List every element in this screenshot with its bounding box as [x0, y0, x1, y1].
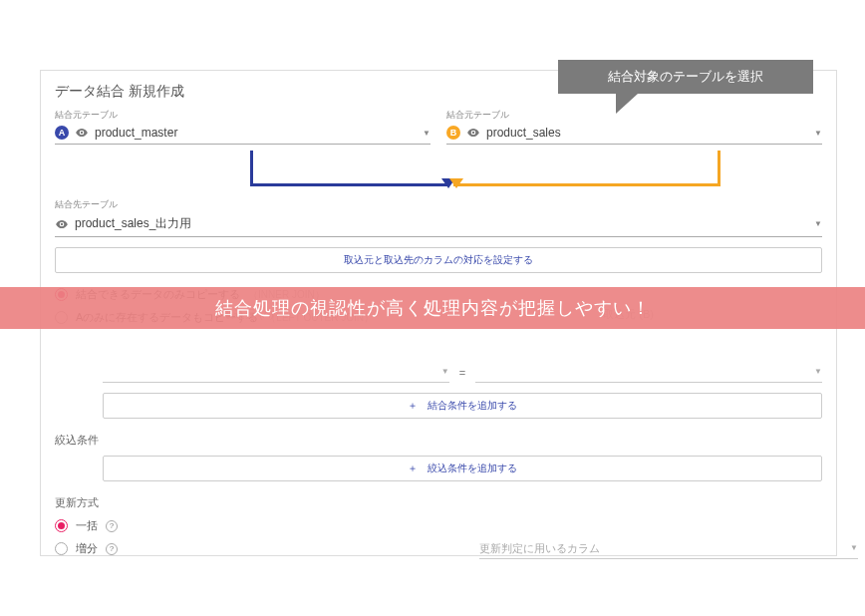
eye-icon[interactable] [55, 217, 69, 231]
filter-section-label: 絞込条件 [41, 427, 836, 452]
add-filter-condition-button[interactable]: ＋ 絞込条件を追加する [103, 456, 822, 481]
radio-diff[interactable] [55, 542, 68, 555]
dest-table-block: 結合先テーブル product_sales_出力用 [41, 198, 836, 243]
update-column-select[interactable]: 更新判定に用いるカラム [479, 539, 858, 559]
bulk-label: 一括 [76, 518, 98, 533]
arrow-head-orange-icon [449, 178, 463, 188]
arrow-orange-icon [453, 151, 721, 186]
update-bulk-row[interactable]: 一括 ? [41, 514, 836, 537]
update-column-placeholder: 更新判定に用いるカラム [479, 542, 600, 554]
callout-text: 結合対象のテーブルを選択 [608, 68, 763, 86]
dest-label: 結合先テーブル [55, 198, 822, 211]
update-diff-row[interactable]: 増分 ? 更新判定に用いるカラム [41, 537, 836, 560]
join-cond-a-select[interactable] [103, 363, 449, 383]
update-section-label: 更新方式 [41, 489, 836, 514]
source-a-value: product_master [95, 126, 431, 140]
source-b-column: 結合元テーブル B product_sales [446, 109, 822, 145]
source-tables-row: 結合元テーブル A product_master 結合元テーブル B produ… [41, 109, 836, 151]
add-join-condition-button[interactable]: ＋ 結合条件を追加する [103, 393, 822, 419]
join-arrows-diagram [55, 151, 822, 194]
callout-tail-icon [616, 94, 638, 114]
configure-columns-button[interactable]: 取込元と取込先のカラムの対応を設定する [55, 247, 822, 273]
badge-b-icon: B [446, 126, 460, 140]
dest-select[interactable]: product_sales_出力用 [55, 213, 822, 237]
overlay-banner: 結合処理の視認性が高く処理内容が把握しやすい！ [0, 287, 865, 329]
source-a-select[interactable]: A product_master [55, 124, 431, 145]
dest-value: product_sales_出力用 [75, 215, 822, 232]
banner-text: 結合処理の視認性が高く処理内容が把握しやすい！ [215, 296, 651, 320]
join-cond-b-select[interactable] [475, 363, 822, 383]
source-b-value: product_sales [486, 126, 822, 140]
help-icon[interactable]: ? [106, 520, 118, 532]
arrow-blue-icon [250, 151, 447, 186]
diff-label: 増分 [76, 541, 98, 556]
equals-label: = [459, 367, 465, 379]
source-b-select[interactable]: B product_sales [446, 124, 822, 145]
radio-bulk[interactable] [55, 519, 68, 532]
eye-icon[interactable] [466, 126, 480, 140]
source-a-label: 結合元テーブル [55, 109, 431, 122]
join-condition-row: = [41, 361, 836, 389]
eye-icon[interactable] [75, 126, 89, 140]
source-a-column: 結合元テーブル A product_master [55, 109, 431, 145]
badge-a-icon: A [55, 126, 69, 140]
help-icon[interactable]: ? [106, 543, 118, 555]
callout-tooltip: 結合対象のテーブルを選択 [558, 60, 813, 94]
